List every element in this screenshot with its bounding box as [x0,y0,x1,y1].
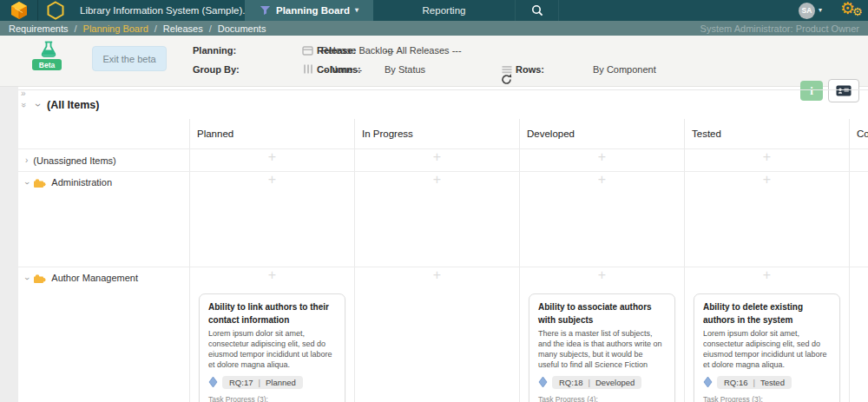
requirement-card-rq18[interactable]: Ability to associate authors with subjec… [529,293,675,402]
add-card-button[interactable]: + [598,268,606,282]
row-label: Administration [51,177,112,188]
board-grid: Planned In Progress Developed Tested Com… [18,119,868,402]
board-cell: + [189,172,354,267]
tab-reporting[interactable]: Reporting [373,0,516,21]
column-header-in-progress: In Progress [354,119,519,149]
breadcrumb-separator: / [209,23,212,34]
search-icon [531,4,543,16]
requirement-icon [703,376,713,388]
beta-flask-icon [38,40,59,59]
refresh-icon[interactable] [500,73,513,86]
board-cell: + [354,172,519,267]
hexagon-icon [47,1,64,20]
all-items-header[interactable]: › (All Items) [18,89,868,119]
task-progress-label: Task Progress (3): [703,395,831,402]
add-card-button[interactable]: + [598,173,606,187]
add-card-button[interactable]: + [763,150,771,164]
row-label: (Unassigned Items) [33,155,115,166]
admin-settings-button[interactable]: ⚙ ⚙ [835,0,868,21]
requirement-id-badge[interactable]: RQ:16 | Tested [717,376,792,389]
column-header-planned: Planned [189,119,354,149]
product-switcher-hexagon[interactable] [39,0,72,21]
product-dropdown[interactable]: Library Information System (Sample).. ▾ [80,0,258,21]
card-description: Lorem ipsum dolor sit amet, consectetur … [208,328,336,371]
add-card-button[interactable]: + [433,268,441,282]
breadcrumb-requirements[interactable]: Requirements [9,23,68,34]
add-card-button[interactable]: + [433,150,441,164]
requirement-card-rq16[interactable]: Ability to delete existing authors in th… [694,293,840,402]
add-card-button[interactable]: + [763,173,771,187]
row-header-unassigned[interactable]: › (Unassigned Items) [18,149,189,172]
requirement-id: RQ:16 [724,378,747,387]
pipe-separator: | [753,378,754,387]
add-card-button[interactable]: + [268,173,276,187]
planning-toolbar: Beta Exit the beta Planning: Release Bac… [0,36,868,87]
breadcrumb-separator: / [155,23,157,34]
chevron-down-icon: › [23,181,31,184]
rows-label: Rows: [516,64,544,75]
search-button[interactable] [516,0,559,21]
requirement-id: RQ:17 [229,378,253,387]
add-card-button[interactable]: + [268,268,276,282]
column-header-tested: Tested [684,119,849,149]
user-menu[interactable]: SA ▾ [799,0,822,21]
add-card-button[interactable]: + [598,150,606,164]
card-description: Lorem ipsum dolor sit amet, consectetur … [703,328,831,371]
add-card-button[interactable]: + [433,173,441,187]
product-name-label: Library Information System (Sample).. [80,5,248,16]
board-cell: + [519,149,684,172]
board-cell: + [849,172,868,267]
pipe-separator: | [588,378,589,387]
requirement-card-rq17[interactable]: Ability to link authors to their contact… [199,293,345,402]
requirement-id-badge[interactable]: RQ:17 | Planned [222,376,303,389]
tab-reporting-label: Reporting [423,5,466,16]
row-header-administration[interactable]: › Administration [18,172,189,267]
tab-planning-board[interactable]: Planning Board ▾ [245,0,373,21]
breadcrumb-releases[interactable]: Releases [163,23,203,34]
card-title: Ability to delete existing authors in th… [703,301,831,326]
columns-value[interactable]: By Status [385,64,425,75]
board-cell: + [189,149,354,172]
caret-down-icon: ▾ [355,7,358,14]
top-nav-bar: Library Information System (Sample).. ▾ … [0,0,868,21]
spira-logo-icon [8,2,30,19]
filter-icon [260,5,271,16]
board-cell: + [519,172,684,267]
card-title: Ability to associate authors with subjec… [538,301,666,326]
breadcrumb-documents[interactable]: Documents [218,23,266,34]
left-gutter [0,87,18,402]
board-cell: + Ability to associate authors with subj… [519,267,684,402]
card-description: There is a master list of subjects, and … [538,328,666,371]
planning-label: Planning: [193,45,236,56]
chevron-down-icon: › [32,103,44,107]
status-badge: Planned [266,378,296,387]
app-logo[interactable] [0,0,38,21]
board-cell: + [849,149,868,172]
board-cell: + Ability to delete existing authors in … [684,267,849,402]
tab-planning-board-label: Planning Board [276,5,350,16]
planning-board: › (All Items) Planned In Progress Develo… [18,87,868,402]
status-badge: Tested [760,378,785,387]
component-icon [33,273,46,284]
caret-down-icon: ▾ [819,7,822,14]
requirement-icon [208,376,218,388]
column-header-completed: Completed [849,119,868,149]
row-header-author-management[interactable]: › Author Management [18,267,189,402]
breadcrumb-planning-board[interactable]: Planning Board [83,23,148,34]
chevron-down-icon: › [23,277,31,280]
release-value[interactable]: --- All Releases --- [385,45,462,56]
add-card-button[interactable]: + [763,268,771,282]
row-label: Author Management [51,273,138,283]
requirement-id-badge[interactable]: RQ:18 | Developed [552,376,641,389]
add-card-button[interactable]: + [268,150,276,164]
board-cell: + [354,267,519,402]
board-cell: + [354,149,519,172]
task-progress-label: Task Progress (4): [538,395,666,402]
user-role-label: System Administrator: Product Owner [700,23,859,34]
exit-beta-button[interactable]: Exit the beta [92,46,167,71]
board-cell: + [684,149,849,172]
rows-value[interactable]: By Component [593,64,656,75]
columns-label: Columns: [317,64,361,75]
pipe-separator: | [258,378,260,387]
board-cell: + [684,172,849,267]
